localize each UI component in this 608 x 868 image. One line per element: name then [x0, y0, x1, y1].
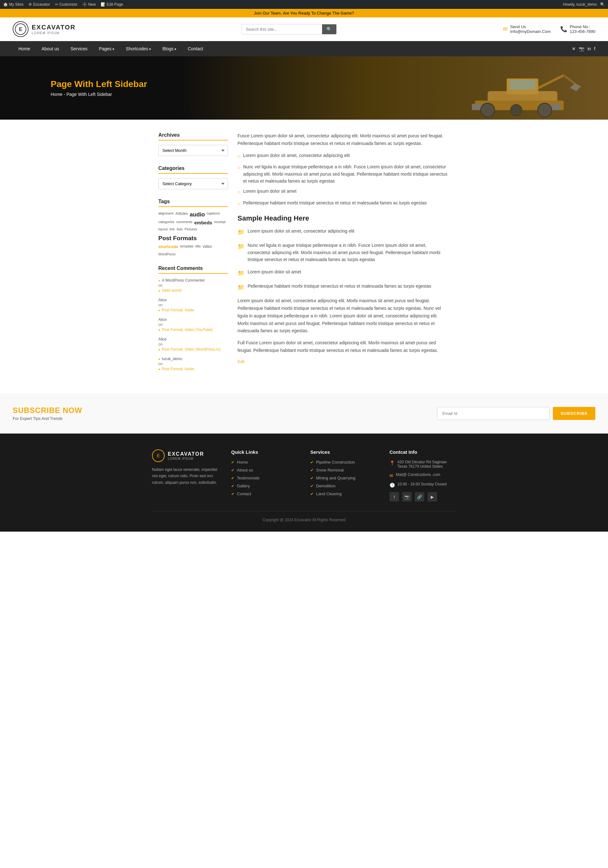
commenter-name2: Alice	[158, 298, 166, 302]
tag-wordpress[interactable]: WordPress	[158, 252, 228, 256]
check-icon: ✔	[231, 492, 234, 496]
admin-bar-mysites[interactable]: 🏠 My Sites	[3, 2, 23, 7]
subscribe-heading: SUBSCRIBE NOW	[12, 406, 82, 415]
instagram-icon[interactable]: 📷	[579, 46, 584, 51]
tag-categories[interactable]: categories	[158, 220, 174, 225]
comment-item: ●A WordPress Commenter on ● Hello world!	[158, 278, 228, 293]
nav-services[interactable]: Services	[65, 41, 93, 56]
search-input[interactable]	[242, 24, 322, 34]
footer-linkedin-icon[interactable]: 🔗	[415, 492, 425, 502]
tag-link[interactable]: link	[169, 227, 175, 231]
tag-articles[interactable]: Articles	[176, 211, 188, 218]
comment-post-link[interactable]: ● Hello world!	[158, 288, 228, 293]
location-icon: 📍	[389, 460, 395, 465]
tag-excerpt[interactable]: excerpt	[214, 220, 225, 225]
footer-about: E EXCAVATOR LOREM IPSUM Nullam eget lacu…	[152, 450, 219, 502]
admin-bar-new[interactable]: ➕ New	[82, 2, 96, 7]
service-demolition[interactable]: Demolition	[316, 484, 335, 488]
service-snow[interactable]: Snow Removal	[316, 468, 344, 473]
copyright-text: Copyright @ 2024 Excavator All Rights Re…	[263, 518, 345, 522]
tag-alignment[interactable]: alignment	[158, 211, 174, 218]
hero-text-area: Page With Left Sidebar Home - Page With …	[51, 79, 147, 97]
facebook-icon[interactable]: f	[594, 46, 596, 51]
svg-rect-7	[510, 80, 535, 90]
comment-post-link3[interactable]: ● Post Format: Video (YouTube)	[158, 327, 228, 332]
contact-hours: 🕐 10.00 - 18.00 Sunday Closed	[389, 482, 456, 488]
check-icon: ✔	[310, 476, 314, 480]
content-heading: Sample Heading Here	[238, 214, 450, 222]
folder-item: 📁 Nunc vel ligula in augue tristique pel…	[238, 242, 450, 263]
admin-bar-editpage[interactable]: 📝 Edit Page	[101, 2, 123, 7]
tag-audio[interactable]: audio	[190, 211, 205, 218]
phone-number: 123-456-7890	[570, 29, 596, 34]
tag-post-formats[interactable]: Post Formats	[158, 235, 228, 242]
svg-rect-4	[472, 104, 481, 110]
nav-home[interactable]: Home	[12, 41, 36, 56]
list-item: ○ Nunc vel ligula in augue tristique pel…	[238, 163, 450, 184]
tag-comments[interactable]: comments	[176, 220, 193, 225]
nav-pages[interactable]: Pages	[93, 41, 120, 56]
service-mining[interactable]: Mining and Quarrying	[316, 476, 355, 480]
tag-shortcode[interactable]: shortcode	[158, 244, 178, 249]
footer-instagram-icon[interactable]: 📷	[402, 492, 412, 502]
admin-bar-customize[interactable]: ✏ Customize	[55, 2, 77, 7]
nav-about[interactable]: About us	[36, 41, 65, 56]
tag-layout[interactable]: layout	[158, 227, 168, 231]
list-item: ✔Home	[231, 460, 298, 465]
tag-lists[interactable]: lists	[177, 227, 183, 231]
footer-youtube-icon[interactable]: ▶	[428, 492, 437, 502]
subscribe-button[interactable]: SUBSCRIBE	[553, 407, 596, 420]
quick-link-contact[interactable]: Contact	[237, 491, 251, 496]
comment-post-link5[interactable]: ● Post Format: Aside	[158, 367, 228, 371]
archives-heading: Archives	[158, 132, 228, 141]
folder-icon: 📁	[238, 242, 244, 251]
comment-post-link2[interactable]: ● Post Format: Aside	[158, 308, 228, 312]
tag-title[interactable]: title	[195, 244, 201, 249]
tag-captions[interactable]: captions	[207, 211, 220, 218]
bullet-icon: ○	[238, 188, 241, 196]
categories-heading: Categories	[158, 166, 228, 174]
footer-services: Services ✔Pipeline Construction ✔Snow Re…	[310, 450, 377, 502]
nav-blogs[interactable]: Blogs	[157, 41, 182, 56]
admin-bar-search-icon[interactable]: 🔍	[600, 2, 605, 7]
sidebar: Archives Select Month January 2024 Febru…	[158, 132, 228, 381]
search-button[interactable]: 🔍	[322, 24, 336, 34]
tag-embeds[interactable]: embeds	[194, 220, 213, 225]
folder-item: 📁 Lorem ipsum dolor sit amet	[238, 268, 450, 278]
quick-link-gallery[interactable]: Gallery	[237, 484, 250, 488]
folder-icon: 📁	[238, 283, 244, 292]
social-icons-nav: ✕ 📷 in f	[572, 46, 596, 51]
categories-select[interactable]: Select Category Construction Mining Demo…	[158, 178, 228, 189]
comment-post-link4[interactable]: ● Post Format: Video (WordPress.tv)	[158, 347, 228, 352]
footer-facebook-icon[interactable]: f	[389, 492, 399, 502]
site-footer: E EXCAVATOR LOREM IPSUM Nullam eget lacu…	[0, 434, 608, 532]
phone-label: Phone No :	[570, 24, 596, 29]
footer-logo-subtitle: LOREM IPSUM	[168, 457, 204, 460]
comment-item: Alice on ● Post Format: Video (YouTube)	[158, 318, 228, 332]
archives-select[interactable]: Select Month January 2024 February 2024 …	[158, 145, 228, 156]
quick-link-testimonials[interactable]: Testimonials	[237, 476, 260, 480]
tag-video[interactable]: video	[203, 244, 212, 249]
linkedin-icon[interactable]: in	[588, 46, 591, 51]
admin-bar-excavator[interactable]: ⚙ Excavator	[28, 2, 50, 7]
subscribe-form: SUBSCRIBE	[437, 407, 596, 420]
services-heading: Services	[310, 450, 377, 455]
email-input[interactable]	[437, 407, 550, 420]
categories-widget: Categories Select Category Construction …	[158, 166, 228, 189]
header-right: ✉ Send Us Info@myDomain.Com 📞 Phone No :…	[503, 24, 596, 34]
quick-link-home[interactable]: Home	[237, 460, 248, 465]
tag-pictures[interactable]: Pictures	[185, 227, 197, 231]
service-land[interactable]: Land Clearing	[316, 491, 342, 496]
comment-item: Alice on ● Post Format: Video (WordPress…	[158, 337, 228, 352]
service-pipeline[interactable]: Pipeline Construction	[316, 460, 355, 465]
check-icon: ✔	[310, 468, 314, 473]
nav-contact[interactable]: Contact	[182, 41, 209, 56]
contact-email: Info@myDomain.Com	[510, 29, 551, 34]
edit-link[interactable]: Edit	[238, 359, 244, 364]
svg-point-13	[510, 104, 522, 116]
twitter-icon[interactable]: ✕	[572, 46, 576, 51]
nav-shortcodes[interactable]: Shortcodes	[120, 41, 157, 56]
bullet-icon: ○	[238, 200, 241, 208]
tag-template[interactable]: template	[180, 244, 193, 249]
quick-link-about[interactable]: About us	[237, 468, 253, 473]
